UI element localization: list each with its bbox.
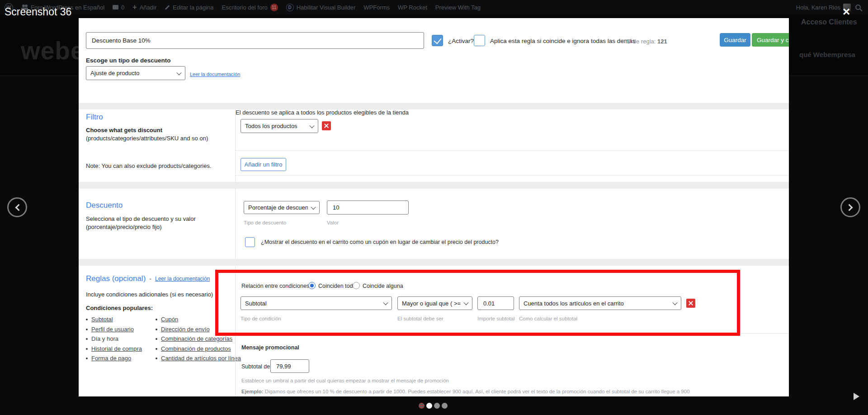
subtotal-calc-select[interactable]: Cuenta todos los artículos en el carrito bbox=[519, 296, 681, 310]
remove-condition-icon[interactable] bbox=[686, 299, 695, 308]
discount-value-input[interactable] bbox=[327, 200, 409, 215]
operator-select[interactable]: Mayor o igual que ( >= ) bbox=[397, 296, 472, 310]
carousel-dots bbox=[419, 403, 448, 409]
forum-dashboard-menu[interactable]: Escritorio del foro 11 bbox=[222, 4, 278, 11]
wpforms-menu[interactable]: WPForms bbox=[363, 4, 390, 11]
descuento-panel: Porcentaje de descuento Tipo de descuent… bbox=[235, 189, 789, 259]
comments-count: 0 bbox=[121, 4, 124, 11]
activate-label: ¿Activar? bbox=[448, 38, 474, 44]
condition-link-perfil[interactable]: Perfil de usuario bbox=[91, 326, 157, 333]
reglas-subtitle: Incluye condiciones adicionales (si es n… bbox=[86, 291, 213, 298]
filter-select[interactable]: Todos los productos bbox=[241, 119, 318, 133]
subtotal-threshold-label: Subtotal de bbox=[241, 363, 270, 370]
play-icon[interactable] bbox=[854, 393, 859, 400]
condition-link-forma-pago[interactable]: Forma de pago bbox=[91, 355, 157, 362]
discount-rule-modal: ¿Activar? Aplica esta regla si coincide … bbox=[79, 18, 789, 396]
threshold-help-text: Establece un umbral a partir del cual qu… bbox=[241, 378, 449, 383]
filtro-heading: Filtro bbox=[86, 113, 103, 122]
subtotal-threshold-input[interactable] bbox=[270, 359, 309, 373]
operator-field-label: El subtotal debe ser bbox=[397, 316, 443, 321]
documentation-link[interactable]: Leer la documentación bbox=[190, 72, 240, 77]
condition-link-cantidad-linea[interactable]: Cantidad de artículos por línea bbox=[161, 355, 245, 362]
descuento-description-2: (porcentaje/precio/precio fijo) bbox=[86, 224, 162, 230]
match-all-radio[interactable] bbox=[308, 282, 316, 289]
heading-separator: - bbox=[149, 275, 151, 282]
calc-field-label: Como calcular el subtotal bbox=[519, 316, 577, 321]
lightbox-title: Screenshot 36 bbox=[5, 6, 71, 18]
divi-icon: D bbox=[286, 4, 294, 11]
chevron-down-icon bbox=[176, 70, 181, 75]
discount-value-type-select[interactable]: Porcentaje de descuento bbox=[244, 201, 320, 214]
next-screenshot-button[interactable] bbox=[840, 197, 860, 217]
new-content-menu[interactable]: + Añadir bbox=[132, 4, 156, 11]
condition-item-dia-y-hora[interactable]: Día y hora bbox=[91, 335, 157, 343]
link-label: Subtotal bbox=[91, 316, 113, 323]
chevron-down-icon bbox=[309, 123, 314, 128]
notification-badge: 11 bbox=[270, 4, 278, 11]
rule-id-value: 121 bbox=[657, 38, 667, 45]
save-button[interactable]: Guardar bbox=[720, 33, 750, 47]
condition-link-historial[interactable]: Historial de compra bbox=[91, 345, 157, 353]
popular-conditions-right: Cupón Dirección de envío Combinación de … bbox=[161, 316, 245, 365]
operator-value: Mayor o igual que ( >= ) bbox=[402, 300, 461, 307]
pencil-icon bbox=[165, 5, 170, 10]
chevron-down-icon bbox=[672, 300, 677, 305]
exclusive-rule-checkbox[interactable] bbox=[474, 35, 485, 46]
reglas-heading: Reglas (opcional) bbox=[86, 274, 146, 283]
comments-menu[interactable]: 0 bbox=[113, 4, 124, 11]
condition-type-field-label: Tipo de condición bbox=[241, 316, 281, 321]
remove-filter-icon[interactable] bbox=[322, 121, 331, 130]
visual-builder-menu[interactable]: D Habilitar Visual Builder bbox=[286, 4, 356, 11]
discount-type-select[interactable]: Ajuste de producto bbox=[86, 66, 185, 80]
condition-link-comb-productos[interactable]: Combinación de productos bbox=[161, 345, 245, 353]
filtro-panel: Todos los productos El descuento se apli… bbox=[235, 109, 789, 182]
condition-type-value: Subtotal bbox=[245, 300, 267, 307]
plus-icon: + bbox=[132, 4, 137, 11]
divider bbox=[236, 175, 789, 176]
section-separator bbox=[79, 182, 789, 189]
wp-admin-bar: W Foro WordPress en Español 0 + Añadir E… bbox=[0, 0, 868, 14]
rule-id-label: #ID de regla: bbox=[622, 38, 656, 45]
show-as-coupon-checkbox[interactable] bbox=[245, 237, 255, 247]
threshold-example-text: Ejemplo: Digamos que ofreces un 10 % de … bbox=[241, 389, 690, 394]
edit-page-menu[interactable]: Editar la página bbox=[165, 4, 213, 11]
condition-link-cupon[interactable]: Cupón bbox=[161, 316, 245, 323]
subtotal-amount-input[interactable] bbox=[477, 296, 514, 310]
comment-bubble-icon bbox=[113, 5, 118, 10]
wp-rocket-menu[interactable]: WP Rocket bbox=[398, 4, 427, 11]
link-label: Perfil de usuario bbox=[91, 326, 134, 333]
save-and-close-button[interactable]: Guardar y cerrar bbox=[752, 33, 789, 47]
carousel-dot-3[interactable] bbox=[434, 403, 440, 409]
rule-name-input[interactable] bbox=[86, 32, 424, 49]
match-any-radio[interactable] bbox=[353, 282, 360, 289]
carousel-dot-1[interactable] bbox=[419, 403, 425, 409]
condition-link-direccion[interactable]: Dirección de envío bbox=[161, 326, 245, 333]
documentation-link[interactable]: Leer la documentación bbox=[155, 276, 210, 282]
condition-link-comb-categorias[interactable]: Combinación de categorías bbox=[161, 335, 245, 343]
reglas-panel: Relación entre condiciones Coinciden tod… bbox=[235, 266, 789, 396]
search-icon[interactable] bbox=[855, 5, 861, 10]
link-label: Historial de compra bbox=[91, 345, 142, 352]
divider bbox=[236, 150, 789, 151]
carousel-dot-2-active[interactable] bbox=[426, 403, 432, 409]
link-label: Forma de pago bbox=[91, 355, 131, 362]
condition-type-select[interactable]: Subtotal bbox=[241, 296, 392, 310]
new-content-label: Añadir bbox=[140, 4, 157, 11]
link-label: Cantidad de artículos por línea bbox=[161, 355, 241, 362]
activate-checkbox[interactable] bbox=[432, 35, 443, 46]
value-field-label: Valor bbox=[327, 220, 339, 225]
visual-builder-label: Habilitar Visual Builder bbox=[297, 4, 356, 11]
forum-dashboard-label: Escritorio del foro bbox=[222, 4, 268, 11]
preview-with-tag-menu[interactable]: Preview With Tag bbox=[435, 4, 481, 11]
add-filter-button[interactable]: Añadir un filtro bbox=[241, 158, 286, 171]
condition-link-subtotal[interactable]: Subtotal bbox=[91, 316, 157, 323]
carousel-dot-4[interactable] bbox=[442, 403, 448, 409]
wp-rocket-label: WP Rocket bbox=[398, 4, 427, 11]
link-label: Combinación de productos bbox=[161, 345, 231, 352]
prev-screenshot-button[interactable] bbox=[7, 197, 27, 217]
preview-with-tag-label: Preview With Tag bbox=[435, 4, 481, 11]
section-separator bbox=[79, 259, 789, 266]
promo-message-title: Mensaje promocional bbox=[241, 344, 299, 351]
link-label: Cupón bbox=[161, 316, 178, 323]
close-icon[interactable]: × bbox=[843, 5, 850, 18]
